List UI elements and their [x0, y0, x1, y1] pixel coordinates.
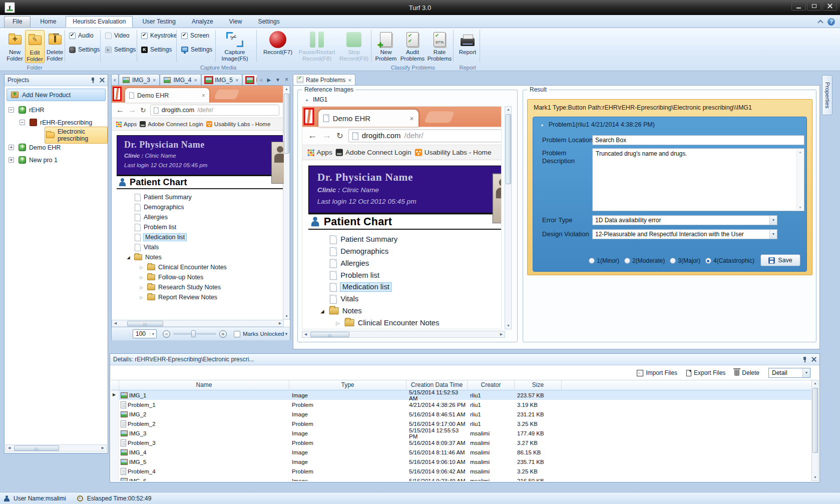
tree-expander-icon[interactable]: [9, 145, 14, 150]
toolbar-overflow-icon[interactable]: ▼: [284, 332, 288, 336]
image-canvas[interactable]: Demo EHR × ← → ↻ drogith.com/dehr/ Apps: [112, 86, 284, 320]
report-button[interactable]: Report: [456, 30, 479, 56]
column-header-creator[interactable]: Creator: [468, 380, 515, 390]
collapse-ribbon-icon[interactable]: [817, 20, 823, 25]
table-row[interactable]: Problem_1 Problem 4/21/2014 4:38:26 PM r…: [111, 400, 811, 409]
projects-hscrollbar[interactable]: ◀ ||| ▶: [6, 444, 107, 451]
properties-tab[interactable]: Properties: [822, 75, 832, 115]
column-header-type[interactable]: Type: [289, 380, 406, 390]
export-files-button[interactable]: Export Files: [686, 369, 725, 376]
severity-radio[interactable]: 1(Minor): [589, 257, 619, 264]
reference-vscrollbar[interactable]: ▲ ▼: [505, 106, 512, 329]
table-row[interactable]: IMG_3 Image 5/15/2014 12:55:53 PM msalim…: [111, 428, 811, 438]
scroll-up-icon[interactable]: ▲: [812, 380, 818, 386]
problem-collapse-header[interactable]: ▲ Problem1(rliu1 4/21/2014 4:38:26 PM): [540, 121, 655, 128]
ribbon-tab[interactable]: Analyze: [185, 16, 220, 28]
scrollbar-thumb[interactable]: |||: [127, 321, 163, 326]
scroll-left-icon[interactable]: ◀: [112, 320, 119, 326]
ribbon-tab[interactable]: File: [4, 16, 31, 28]
scroll-down-icon[interactable]: ▼: [283, 313, 290, 319]
audio-settings-button[interactable]: Settings: [69, 46, 100, 53]
view-mode-dropdown[interactable]: Detail ▼: [768, 368, 810, 378]
mark1-annotation[interactable]: [113, 87, 122, 101]
column-header-name[interactable]: Name: [119, 380, 289, 390]
scrolled-tab[interactable]: ×: [111, 74, 119, 85]
image-tab[interactable]: IMG_3 ×: [119, 74, 160, 85]
img1-collapse-header[interactable]: ▲ IMG1: [305, 96, 327, 103]
column-header-created[interactable]: Creation Data Time: [406, 380, 468, 390]
project-tree-item[interactable]: Electronic prescribing: [5, 129, 108, 141]
zoom-level-select[interactable]: 100 ▼: [133, 329, 157, 338]
edit-folder-button[interactable]: ✎ Edit Folder: [25, 30, 45, 63]
tab-close-icon[interactable]: ×: [113, 78, 116, 83]
column-header-size[interactable]: Size: [515, 380, 562, 390]
audit-problems-button[interactable]: ✔✔ Audit Problems: [399, 30, 426, 62]
table-row[interactable]: IMG_4 Image 5/16/2014 8:11:46 AM msalimi…: [111, 447, 811, 457]
close-button[interactable]: [822, 2, 837, 11]
app-logo-icon[interactable]: t: [5, 2, 15, 13]
new-problem-button[interactable]: ✚ New Problem: [373, 30, 398, 62]
image-tab[interactable]: IMG_4 ×: [160, 74, 201, 85]
tabs-close-icon[interactable]: ×: [285, 76, 288, 83]
scroll-right-icon[interactable]: ▶: [277, 320, 283, 326]
screen-checkbox[interactable]: Screen: [181, 32, 209, 39]
pin-icon[interactable]: [91, 77, 96, 83]
tabs-list-icon[interactable]: ▼: [275, 77, 280, 83]
tab-close-icon[interactable]: ×: [153, 78, 156, 83]
zoom-in-button[interactable]: +: [219, 330, 227, 338]
severity-radio[interactable]: 4(Catastrophic): [705, 257, 754, 264]
textarea-scrollbar[interactable]: [796, 149, 803, 210]
table-vscrollbar[interactable]: ▲ ▼: [811, 380, 818, 481]
severity-radio[interactable]: 2(Moderate): [624, 257, 665, 264]
close-panel-icon[interactable]: [811, 357, 816, 362]
rate-problems-button[interactable]: ✔97% Rate Problems: [427, 30, 453, 62]
keystroke-settings-button[interactable]: K Settings: [141, 46, 172, 53]
zoom-out-button[interactable]: −: [163, 330, 170, 338]
error-type-dropdown[interactable]: 1D Data availability error ▼: [592, 215, 777, 225]
add-new-product-button[interactable]: Add New Product: [7, 89, 106, 101]
delete-folder-button[interactable]: Delete Folder: [45, 30, 65, 62]
tab-close-icon[interactable]: ×: [235, 78, 238, 83]
table-row[interactable]: IMG_1 Image 5/15/2014 11:52:53 AM rliu1 …: [111, 390, 811, 400]
scroll-down-icon[interactable]: ▼: [812, 474, 818, 480]
ribbon-tab[interactable]: User Testing: [136, 16, 182, 28]
tree-expander-icon[interactable]: [20, 120, 25, 125]
severity-radio[interactable]: 3(Major): [670, 257, 700, 264]
ribbon-tab[interactable]: View: [223, 16, 249, 28]
design-violation-dropdown[interactable]: 12-Pleasurable and Respectful Interactio…: [592, 229, 777, 239]
scrollbar-thumb[interactable]: [812, 388, 818, 453]
scrollbar-thumb[interactable]: [506, 114, 511, 184]
minimize-button[interactable]: [791, 2, 806, 11]
record-button[interactable]: Record(F7): [260, 30, 295, 56]
reference-image-canvas[interactable]: Demo EHR × ← → ↻ drogith.com/dehr/: [302, 106, 502, 329]
screen-settings-button[interactable]: Settings: [181, 46, 212, 53]
zoom-slider[interactable]: [173, 333, 216, 335]
scrollbar-thumb[interactable]: |||: [14, 445, 59, 451]
viewer-hscrollbar[interactable]: ◀ ||| ▶: [112, 320, 284, 327]
scrollbar-thumb[interactable]: |||: [310, 332, 349, 337]
image-tab[interactable]: IMG_5 ×: [201, 74, 242, 85]
save-button[interactable]: Save: [760, 254, 800, 266]
rate-problems-tab[interactable]: Rate Problems ×: [293, 74, 355, 85]
project-tree-item[interactable]: New pro 1: [5, 154, 108, 166]
marks-unlocked-checkbox[interactable]: Marks Unlocked: [234, 331, 284, 337]
keystroke-checkbox[interactable]: Keystroke: [141, 32, 177, 39]
scroll-right-icon[interactable]: ▶: [498, 331, 505, 337]
problem-location-input[interactable]: [592, 135, 804, 145]
scroll-down-icon[interactable]: ▼: [505, 323, 512, 329]
ribbon-tab[interactable]: Heuristic Evaluation: [66, 16, 133, 28]
pin-icon[interactable]: [802, 356, 807, 362]
tree-expander-icon[interactable]: [9, 157, 14, 163]
tree-expander-icon[interactable]: [9, 107, 14, 113]
scroll-left-icon[interactable]: ◀: [6, 445, 13, 451]
new-folder-button[interactable]: ✚ New Folder: [5, 30, 25, 62]
mark1-annotation[interactable]: [303, 108, 314, 125]
tabs-scroll-right-icon[interactable]: ▶: [267, 77, 271, 83]
scroll-up-icon[interactable]: ▲: [505, 107, 512, 113]
tab-close-icon[interactable]: ×: [348, 78, 351, 83]
tabs-scroll-left-icon[interactable]: ◀: [259, 77, 263, 83]
ribbon-tab[interactable]: Settings: [251, 16, 286, 28]
ribbon-tab[interactable]: Home: [34, 16, 63, 28]
delete-button[interactable]: Delete: [734, 369, 759, 376]
scroll-right-icon[interactable]: ▶: [100, 445, 106, 451]
